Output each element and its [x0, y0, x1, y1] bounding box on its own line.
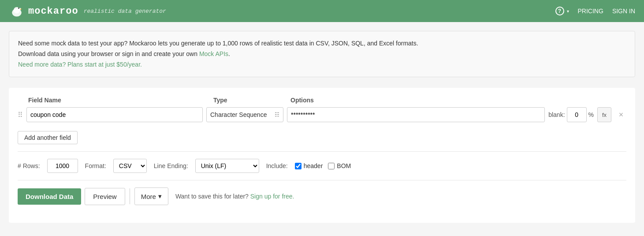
options-input[interactable] [287, 107, 545, 122]
action-row: Download Data Preview More ▾ Want to sav… [18, 180, 626, 214]
info-line2-prefix: Download data using your browser or sign… [18, 50, 199, 57]
include-label: Include: [266, 162, 288, 169]
bom-checkbox-item: BOM [328, 162, 351, 169]
more-button[interactable]: More ▾ [134, 187, 168, 205]
bom-checkbox[interactable] [328, 163, 335, 169]
blank-section: blank: % fx × [548, 107, 626, 122]
download-button[interactable]: Download Data [18, 188, 81, 205]
svg-point-3 [18, 7, 19, 9]
info-line2: Download data using your browser or sign… [18, 49, 626, 60]
navbar: mockaroo realistic data generator ? ▾ PR… [0, 0, 644, 22]
logo-icon [9, 3, 25, 19]
header-checkbox-item: header [295, 162, 323, 169]
help-icon: ? [555, 7, 564, 15]
col-header-type: Type [213, 97, 290, 104]
col-header-field-name: Field Name [28, 97, 213, 104]
info-banner: Need some mock data to test your app? Mo… [9, 31, 635, 77]
main-content: Need some mock data to test your app? Mo… [0, 22, 644, 223]
field-name-input[interactable] [26, 107, 203, 122]
btn-divider [130, 188, 130, 204]
rows-label: # Rows: [18, 162, 40, 169]
header-checkbox-label: header [304, 162, 323, 169]
format-label: Format: [85, 162, 106, 169]
field-headers: Field Name Type Options [18, 97, 626, 104]
field-builder: Field Name Type Options ⠿ Character Sequ… [9, 88, 635, 223]
line-ending-select[interactable]: Unix (LF) Windows (CRLF) [195, 159, 259, 173]
rows-input[interactable] [47, 159, 78, 173]
tagline: realistic data generator [84, 8, 166, 15]
help-dropdown-arrow: ▾ [567, 9, 569, 14]
preview-button[interactable]: Preview [85, 188, 125, 205]
navbar-right: ? ▾ PRICING SIGN IN [555, 7, 635, 15]
blank-input[interactable] [567, 107, 587, 122]
info-line1: Need some mock data to test your app? Mo… [18, 38, 626, 49]
drag-handle[interactable]: ⠿ [18, 111, 26, 119]
more-label: More [141, 193, 156, 200]
field-row: ⠿ Character Sequence ☷ blank: % fx × [18, 107, 626, 122]
navbar-logo[interactable]: mockaroo [9, 3, 78, 19]
pricing-link[interactable]: PRICING [578, 7, 603, 15]
navbar-left: mockaroo realistic data generator [9, 3, 166, 19]
mock-apis-link[interactable]: Mock APIs [199, 50, 228, 57]
line-ending-label: Line Ending: [154, 162, 188, 169]
save-text-label: Want to save this for later? [175, 193, 249, 200]
type-select-icon: ☷ [275, 112, 279, 118]
blank-pct: % [588, 111, 594, 118]
bom-checkbox-label: BOM [337, 162, 351, 169]
more-dropdown-icon: ▾ [158, 192, 162, 200]
blank-label: blank: [548, 111, 565, 118]
info-line2-suffix: . [228, 50, 230, 57]
save-text: Want to save this for later? Sign up for… [175, 193, 294, 200]
fx-button[interactable]: fx [597, 107, 611, 122]
checkbox-group: header BOM [295, 162, 351, 169]
format-select[interactable]: CSV JSON SQL Excel [113, 159, 147, 173]
type-select[interactable]: Character Sequence ☷ [206, 107, 283, 122]
help-button[interactable]: ? ▾ [555, 7, 569, 15]
signup-link[interactable]: Sign up for free. [250, 193, 294, 200]
settings-row: # Rows: Format: CSV JSON SQL Excel Line … [18, 151, 626, 180]
info-line3: Need more data? Plans start at just $50/… [18, 60, 626, 70]
plans-link[interactable]: Need more data? Plans start at just $50/… [18, 61, 142, 68]
type-select-value: Character Sequence [210, 111, 275, 118]
col-header-options: Options [290, 97, 626, 104]
delete-row-button[interactable]: × [616, 109, 626, 120]
header-checkbox[interactable] [295, 163, 302, 169]
add-field-button[interactable]: Add another field [18, 131, 78, 144]
signin-link[interactable]: SIGN IN [612, 7, 635, 15]
logo-text: mockaroo [28, 6, 78, 17]
